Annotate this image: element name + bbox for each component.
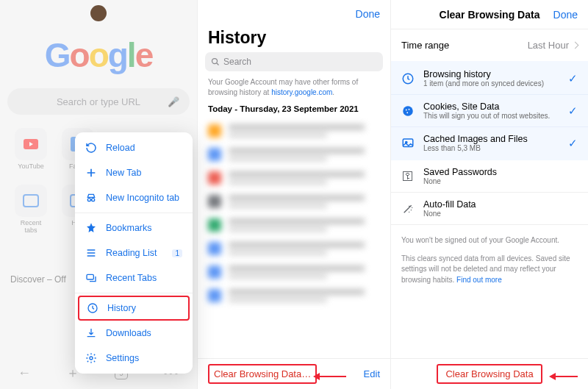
star-icon [85,222,97,234]
svg-point-8 [406,109,407,110]
svg-point-0 [87,199,90,201]
history-edit-button[interactable]: Edit [364,368,380,379]
clear-data-header: Clear Browsing Data Done [391,0,588,29]
menu-history-highlight: History [78,296,190,321]
history-item[interactable] [198,213,390,237]
menu-history[interactable]: History [79,297,188,319]
tile-recent-tabs[interactable]: Recent tabs [15,185,47,234]
menu-readinglist[interactable]: Reading List 1 [75,240,193,265]
annotation-arrow [313,373,346,380]
history-footer: Clear Browsing Data… Edit [198,358,390,389]
clear-data-title: Clear Browsing Data [440,9,540,21]
check-icon: ✓ [568,72,578,85]
key-icon: ⚿ [401,170,415,183]
history-google-link[interactable]: history.google.com [271,88,332,96]
history-item[interactable] [198,143,390,166]
history-item[interactable] [198,166,390,190]
check-icon: ✓ [568,104,578,118]
search-icon [211,57,220,66]
done-button[interactable]: Done [553,9,578,21]
svg-point-5 [212,59,218,64]
history-list [198,119,390,307]
tile-youtube[interactable]: YouTube [15,128,47,170]
time-range-label: Time range [401,40,449,51]
menu-recenttabs[interactable]: Recent Tabs [75,265,193,290]
options-selected-group: Browsing history1 item (and more on sync… [391,61,588,160]
svg-point-7 [403,106,413,116]
find-out-more-link[interactable]: Find out more [456,276,502,284]
mic-icon[interactable]: 🎤 [168,96,179,107]
image-icon [401,137,415,150]
opt-autofill[interactable]: Auto-fill DataNone [391,193,588,225]
menu-downloads[interactable]: Downloads [75,321,193,346]
reload-icon [85,142,97,154]
history-item[interactable] [198,190,390,213]
omnibox-placeholder: Search or type URL [57,96,140,107]
avatar[interactable] [90,5,107,21]
discover-label: Discover – Off [10,274,66,285]
time-range-row[interactable]: Time range Last Hour [391,29,588,61]
history-item[interactable] [198,260,390,284]
omnibox[interactable]: Search or type URL 🎤 [7,88,190,115]
chrome-menu: Reload New Tab New Incognito tab Bookmar… [75,132,193,374]
recent-icon [23,194,39,207]
note-signout: You won't be signed out of your Google A… [391,225,588,251]
date-header: Today - Thursday, 23 September 2021 [198,100,390,119]
menu-bookmarks[interactable]: Bookmarks [75,215,193,240]
incognito-icon [85,192,97,204]
cookie-icon [401,104,415,118]
gear-icon [85,352,97,364]
done-button[interactable]: Done [356,8,380,20]
history-search[interactable]: Search [205,52,383,71]
menu-incognito[interactable]: New Incognito tab [75,185,193,210]
history-item[interactable] [198,119,390,143]
opt-passwords[interactable]: ⚿ Saved PasswordsNone [391,160,588,193]
time-range-value: Last Hour [528,40,578,51]
history-icon [401,72,415,85]
menu-reload[interactable]: Reload [75,135,193,160]
history-item[interactable] [198,284,390,307]
check-icon: ✓ [568,137,578,150]
wand-icon [401,202,415,215]
opt-browsing-history[interactable]: Browsing history1 item (and more on sync… [391,63,588,95]
plus-icon [85,167,97,179]
svg-point-4 [90,357,93,360]
google-logo: Google [0,35,197,75]
menu-newtab[interactable]: New Tab [75,160,193,185]
svg-point-9 [409,108,410,110]
history-note: Your Google Account may have other forms… [198,71,390,100]
clear-browsing-data-button[interactable]: Clear Browsing Data [437,364,542,384]
svg-point-1 [92,199,95,201]
note-sync: This clears synced data from all devices… [391,251,588,290]
list-icon [85,247,97,259]
clear-data-panel: Clear Browsing Data Done Time range Last… [391,0,588,389]
download-icon [85,327,97,339]
back-button[interactable]: ← [18,365,31,381]
reading-badge: 1 [172,249,182,257]
menu-settings[interactable]: Settings [75,346,193,371]
history-icon [87,302,98,314]
recent-icon [85,272,97,284]
annotation-arrow [549,373,578,380]
history-item[interactable] [198,237,390,260]
chrome-ntp-panel: Google Search or type URL 🎤 YouTube Fac…… [0,0,197,389]
history-panel: Done History Search Your Google Account … [197,0,391,389]
opt-cache[interactable]: Cached Images and FilesLess than 5,3 MB … [391,127,588,159]
svg-point-10 [406,112,408,113]
clear-browsing-data-button[interactable]: Clear Browsing Data… [208,364,317,384]
opt-cookies[interactable]: Cookies, Site DataThis will sign you out… [391,95,588,127]
youtube-icon [24,139,38,149]
options-unselected-group: ⚿ Saved PasswordsNone Auto-fill DataNone [391,160,588,225]
svg-rect-2 [87,274,93,279]
chevron-right-icon [572,42,579,49]
search-placeholder: Search [223,57,251,67]
